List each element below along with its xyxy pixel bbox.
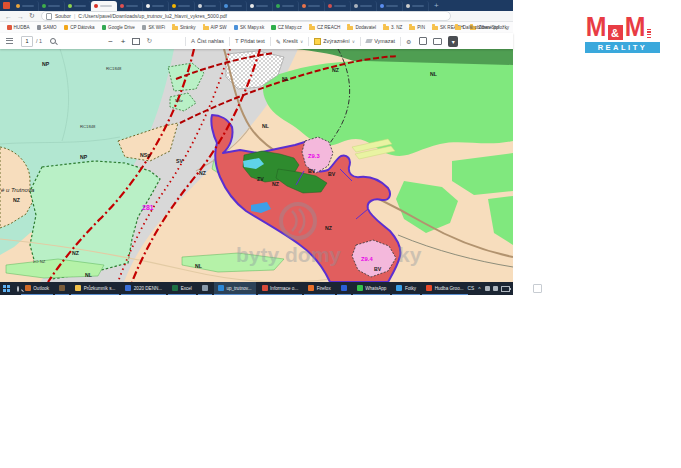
highlight-button[interactable]: Zvýraznění (323, 38, 350, 44)
taskbar-app-button[interactable]: Průzkumník s... (71, 282, 119, 295)
save-icon[interactable] (419, 37, 427, 45)
bookmark-item[interactable]: 3. NZ (383, 25, 402, 30)
app-icon (59, 285, 65, 291)
add-text-button[interactable]: Přidat text (241, 38, 265, 44)
erase-icon (365, 39, 372, 43)
taskbar-app-button[interactable]: Outlook (21, 282, 53, 295)
tab-favicon (198, 4, 202, 8)
pinned-tab-icon[interactable] (3, 2, 10, 9)
bookmark-item[interactable]: Stránky (172, 25, 196, 30)
bookmark-item[interactable]: SK Mapy.sk (234, 25, 265, 30)
highlight-caret-icon[interactable]: ∨ (352, 39, 355, 44)
browser-tab[interactable] (91, 1, 117, 11)
taskbar-app-button[interactable] (337, 282, 351, 295)
tray-chevron-icon[interactable]: ^ (478, 286, 480, 292)
browser-tab[interactable] (117, 1, 143, 11)
browser-tab[interactable] (169, 1, 195, 11)
browser-tab[interactable] (247, 1, 273, 11)
taskbar-app-button[interactable] (55, 282, 69, 295)
bookmark-item[interactable]: Dodavatel (347, 25, 376, 30)
bookmark-more-folder[interactable]: Další oblíbené položky (455, 25, 509, 30)
browser-tab[interactable] (403, 1, 429, 11)
rotate-icon[interactable]: ↻ (146, 37, 151, 45)
tab-title-placeholder (48, 5, 60, 7)
tab-title-placeholder (386, 5, 398, 7)
map-label: NZ (332, 67, 340, 73)
clock[interactable]: 22:06 (516, 286, 529, 292)
browser-tab[interactable] (143, 1, 169, 11)
bookmark-item[interactable]: CP Dátovka (64, 25, 95, 30)
reload-button[interactable]: ↻ (29, 12, 35, 20)
bookmark-item[interactable]: SAMO (37, 25, 57, 30)
taskbar-app-button[interactable]: WhatsApp (353, 282, 391, 295)
zoning-map-canvas[interactable]: byty domy ky NPRC1848RC1848NPNSzNSpé u T… (0, 49, 513, 282)
map-label: 281 (142, 204, 154, 211)
browser-tab[interactable] (39, 1, 65, 11)
taskbar-app-button[interactable]: 2020 DENN... (121, 282, 166, 295)
tray-cloud-icon[interactable] (485, 286, 490, 291)
app-icon (125, 285, 131, 291)
action-center-icon[interactable] (533, 284, 542, 293)
browser-tab[interactable] (325, 1, 351, 11)
zoom-in-button[interactable]: + (121, 37, 126, 46)
back-button[interactable]: ← (5, 13, 12, 20)
browser-tab[interactable] (195, 1, 221, 11)
app-label: WhatsApp (365, 286, 386, 291)
tab-title-placeholder (360, 5, 372, 7)
bookmark-label: Stránky (180, 25, 196, 30)
url-field[interactable]: Soubor | C:/Users/pavel/Downloads/up_tru… (41, 11, 451, 21)
taskbar-app-button[interactable]: Hudba Groo... (422, 282, 467, 295)
bookmark-label: CZ REACH (317, 25, 340, 30)
bookmark-item[interactable]: AIP SW (203, 25, 227, 30)
tab-title-placeholder (308, 5, 320, 7)
bookmark-item[interactable]: CZ Mapy.cz (271, 25, 302, 30)
toc-icon[interactable] (6, 38, 13, 44)
browser-tab[interactable] (13, 1, 39, 11)
taskbar-app-button[interactable]: up_trutnov... (214, 282, 256, 295)
tab-title-placeholder (256, 5, 268, 7)
read-aloud-button[interactable]: Číst nahlas (197, 38, 224, 44)
taskbar-app-button[interactable]: Fotky (392, 282, 420, 295)
settings-gear-icon[interactable]: ⚙ (406, 38, 411, 45)
bookmark-label: SAMO (43, 25, 57, 30)
browser-tab[interactable] (65, 1, 91, 11)
bookmark-item[interactable]: HUDBA (7, 25, 30, 30)
draw-caret-icon[interactable]: ∨ (300, 39, 303, 44)
browser-tab[interactable] (273, 1, 299, 11)
bookmark-item[interactable]: CZ REACH (309, 25, 340, 30)
bookmark-item[interactable]: PIN (409, 25, 425, 30)
zoom-out-button[interactable]: − (108, 37, 113, 46)
start-button[interactable] (3, 285, 10, 292)
browser-tab[interactable] (221, 1, 247, 11)
tab-favicon (250, 4, 254, 8)
draw-button[interactable]: Kreslit (283, 38, 298, 44)
forward-button[interactable]: → (17, 13, 24, 20)
erase-button[interactable]: Vymazat (374, 38, 395, 44)
tray-volume-icon[interactable] (493, 286, 498, 291)
keyboard-language[interactable]: CS (468, 286, 475, 291)
fit-page-icon[interactable] (132, 38, 140, 45)
site-favicon (7, 25, 12, 30)
bookmark-label: CP Dátovka (70, 25, 94, 30)
page-number-input[interactable]: 1 (21, 36, 33, 47)
bookmark-list: HUDBASAMOCP DátovkaGoogle DriveSK WiFiSt… (0, 25, 499, 30)
logo-ampersand-box: & (608, 25, 623, 40)
taskbar-app-button[interactable]: Excel (168, 282, 196, 295)
tab-title-placeholder (282, 5, 294, 7)
bookmark-item[interactable]: Google Drive (102, 25, 135, 30)
search-icon[interactable] (50, 38, 56, 44)
taskbar-app-button[interactable] (198, 282, 212, 295)
new-tab-button[interactable]: + (434, 1, 439, 11)
toolbar-pin-button[interactable]: ▾ (448, 36, 458, 47)
taskbar-search-icon[interactable] (17, 286, 19, 292)
print-icon[interactable] (433, 38, 442, 45)
taskbar-app-button[interactable]: Informace o... (258, 282, 303, 295)
bookmark-item[interactable]: SK WiFi (142, 25, 165, 30)
tray-battery-icon[interactable] (501, 286, 510, 292)
taskbar-app-button[interactable]: Firefox (304, 282, 335, 295)
taskbar-app-list: OutlookPrůzkumník s...2020 DENN...Excelu… (19, 282, 468, 295)
browser-tab[interactable] (377, 1, 403, 11)
map-label: NP (80, 154, 88, 160)
browser-tab[interactable] (351, 1, 377, 11)
browser-tab[interactable] (299, 1, 325, 11)
